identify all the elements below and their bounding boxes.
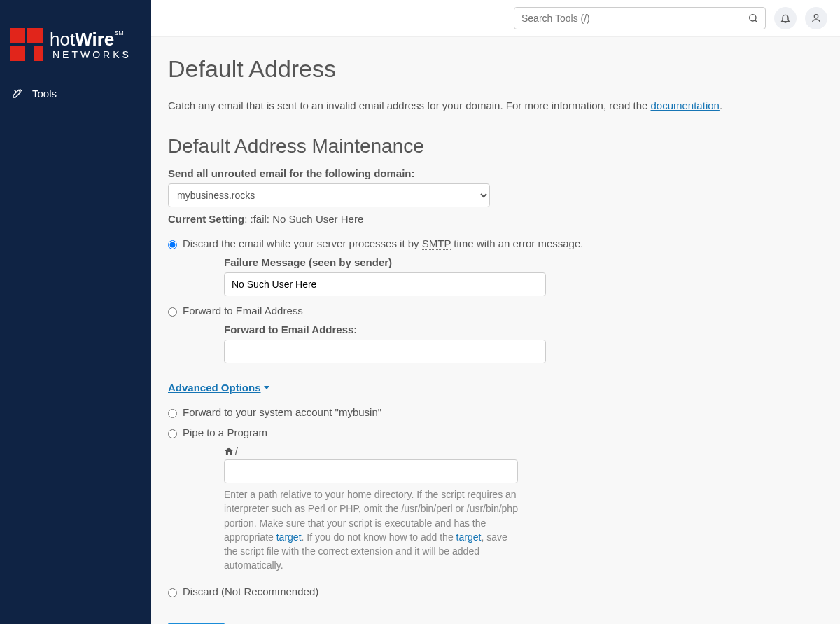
- sidebar-item-label: Tools: [32, 88, 57, 99]
- caret-down-icon: [264, 386, 270, 389]
- domain-select[interactable]: mybusiness.rocks: [168, 183, 490, 207]
- notifications-button[interactable]: [774, 7, 797, 29]
- domain-label: Send all unrouted email for the followin…: [168, 167, 823, 179]
- brand-logo: hotWireSM NETWORKS: [0, 7, 151, 78]
- smtp-abbr: SMTP: [422, 237, 451, 250]
- pipe-path-prefix: /: [224, 445, 518, 457]
- brand-word1: hot: [50, 29, 75, 50]
- page-title: Default Address: [168, 55, 823, 83]
- topbar: [151, 0, 840, 37]
- radio-pipe[interactable]: [168, 429, 177, 438]
- pipe-path-input[interactable]: [224, 459, 518, 483]
- sidebar: hotWireSM NETWORKS Tools: [0, 0, 151, 624]
- search-input[interactable]: [514, 7, 766, 29]
- sidebar-item-tools[interactable]: Tools: [0, 78, 151, 108]
- content: Default Address Catch any email that is …: [151, 37, 840, 624]
- logo-squares-icon: [10, 28, 43, 61]
- advanced-options-toggle[interactable]: Advanced Options: [168, 382, 270, 394]
- search-icon[interactable]: [748, 13, 759, 24]
- radio-discard-smtp[interactable]: [168, 240, 177, 249]
- search-box: [514, 7, 766, 29]
- forward-email-sublabel: Forward to Email Address:: [224, 324, 823, 335]
- svg-point-2: [814, 15, 818, 18]
- radio-forward-email-label[interactable]: Forward to Email Address: [183, 305, 303, 317]
- tools-icon: [11, 87, 24, 99]
- forward-email-input[interactable]: [224, 340, 546, 363]
- radio-discard-plain-label[interactable]: Discard (Not Recommended): [183, 585, 318, 597]
- radio-discard-smtp-label[interactable]: Discard the email while your server proc…: [183, 237, 583, 249]
- brand-sm: SM: [114, 29, 124, 36]
- radio-forward-email[interactable]: [168, 307, 177, 317]
- radio-forward-system[interactable]: [168, 409, 177, 418]
- target-link-1[interactable]: target: [276, 532, 302, 543]
- brand-word2: Wire: [75, 29, 114, 50]
- user-icon: [811, 13, 822, 24]
- current-setting: Current Setting: :fail: No Such User Her…: [168, 213, 823, 225]
- radio-forward-system-label[interactable]: Forward to your system account "mybusin": [183, 406, 382, 418]
- brand-sub: NETWORKS: [52, 50, 132, 60]
- home-icon: [224, 446, 234, 456]
- radio-pipe-label[interactable]: Pipe to a Program: [183, 427, 267, 438]
- failure-message-input[interactable]: [224, 272, 546, 296]
- failure-message-label: Failure Message (seen by sender): [224, 256, 823, 268]
- page-description: Catch any email that is sent to an inval…: [168, 99, 823, 111]
- documentation-link[interactable]: documentation: [651, 99, 720, 111]
- pipe-help-text: Enter a path relative to your home direc…: [224, 487, 518, 573]
- radio-discard-plain[interactable]: [168, 588, 177, 597]
- bell-icon: [780, 13, 791, 24]
- section-heading: Default Address Maintenance: [168, 135, 823, 158]
- user-menu-button[interactable]: [805, 7, 827, 29]
- svg-point-0: [750, 15, 756, 21]
- svg-line-1: [755, 20, 757, 22]
- target-link-2[interactable]: target: [456, 532, 482, 543]
